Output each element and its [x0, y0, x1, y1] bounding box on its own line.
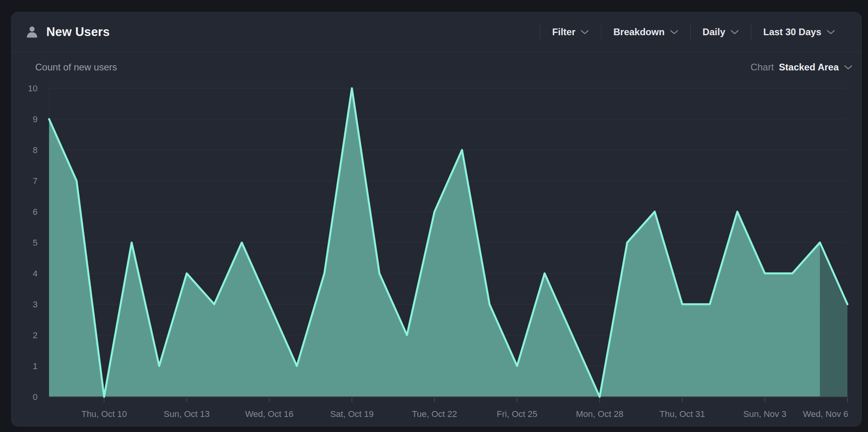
- x-axis-label: Mon, Oct 28: [576, 409, 624, 419]
- y-axis-label: 3: [33, 299, 38, 309]
- x-axis-label: Sat, Oct 19: [330, 409, 373, 419]
- date-range-dropdown[interactable]: Last 30 Days: [751, 12, 847, 52]
- widget-controls: Filter Breakdown Daily Las: [540, 12, 847, 52]
- chevron-down-icon: [670, 30, 678, 35]
- granularity-dropdown[interactable]: Daily: [691, 12, 751, 52]
- y-axis-label: 7: [33, 176, 38, 186]
- y-axis-label: 9: [33, 114, 38, 124]
- widget-header: New Users Filter Breakdown Daily: [11, 12, 861, 52]
- x-axis-label: Wed, Oct 16: [245, 409, 294, 419]
- y-axis-label: 5: [33, 238, 38, 248]
- chevron-down-icon: [826, 30, 835, 35]
- y-axis-label: 10: [28, 83, 38, 93]
- y-axis-label: 1: [33, 361, 38, 371]
- breakdown-dropdown-label: Breakdown: [613, 27, 664, 38]
- x-axis-label: Tue, Oct 22: [412, 409, 457, 419]
- chevron-down-icon: [580, 30, 589, 35]
- x-axis-label: Thu, Oct 31: [660, 409, 705, 419]
- x-axis-label: Wed, Nov 6: [803, 409, 848, 419]
- filter-dropdown[interactable]: Filter: [540, 12, 601, 52]
- page-title: New Users: [46, 25, 110, 39]
- incomplete-period-overlay: [820, 243, 847, 397]
- user-icon: [25, 25, 39, 39]
- chart-section: Count of new users Chart Stacked Area 01…: [11, 52, 861, 426]
- chevron-down-icon: [730, 30, 739, 35]
- filter-dropdown-label: Filter: [552, 27, 576, 38]
- y-axis-label: 4: [33, 269, 38, 279]
- y-axis-label: 0: [33, 392, 38, 402]
- new-users-widget: New Users Filter Breakdown Daily: [11, 12, 862, 426]
- area-chart[interactable]: 012345678910Thu, Oct 10Sun, Oct 13Wed, O…: [11, 52, 862, 426]
- y-axis-label: 6: [33, 207, 38, 217]
- breakdown-dropdown[interactable]: Breakdown: [601, 12, 690, 52]
- x-axis-label: Sun, Nov 3: [743, 409, 787, 419]
- x-axis-label: Thu, Oct 10: [81, 409, 127, 419]
- granularity-dropdown-label: Daily: [703, 27, 725, 38]
- y-axis-label: 2: [33, 330, 38, 340]
- widget-title-group: New Users: [25, 25, 110, 39]
- date-range-dropdown-label: Last 30 Days: [763, 27, 821, 38]
- x-axis-label: Fri, Oct 25: [497, 409, 538, 419]
- y-axis-label: 8: [33, 145, 38, 155]
- x-axis-label: Sun, Oct 13: [164, 409, 210, 419]
